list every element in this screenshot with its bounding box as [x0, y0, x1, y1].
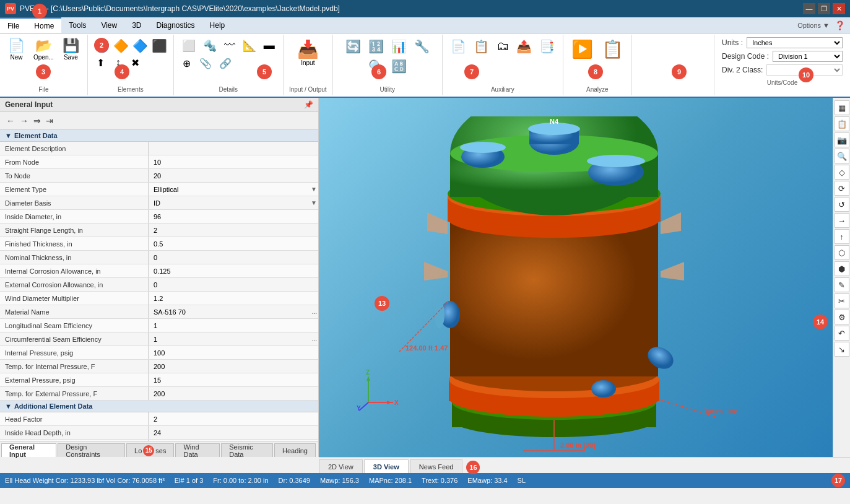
prop-value-internal-corrosion[interactable]	[149, 264, 318, 277]
element-btn-5[interactable]: ⬆	[93, 56, 109, 70]
rt-front-icon[interactable]: →	[835, 213, 849, 228]
minimize-button[interactable]: —	[803, 3, 815, 14]
prop-value-external-corrosion[interactable]	[149, 278, 318, 291]
new-button[interactable]: 📄 New	[5, 37, 28, 63]
material-ellipsis[interactable]: ...	[312, 308, 317, 315]
internal-pressure-input[interactable]	[154, 349, 313, 357]
analyze-btn-1[interactable]: ▶️	[568, 37, 596, 61]
rt-camera-icon[interactable]: 📷	[835, 133, 849, 147]
input-button[interactable]: 📥 Input	[294, 37, 322, 69]
design-code-select[interactable]: Division 1 Division 2	[773, 51, 843, 62]
prop-value-external-pressure[interactable]	[149, 373, 318, 386]
head-factor-input[interactable]	[154, 415, 313, 423]
detail-btn-7[interactable]: 📎	[196, 56, 215, 71]
save-button[interactable]: 💾 Save	[59, 37, 82, 63]
tab-design-constraints[interactable]: Design Constraints	[58, 443, 125, 457]
prop-value-inside-diameter[interactable]	[149, 210, 318, 223]
element-type-arrow[interactable]: ▼	[311, 186, 317, 193]
internal-corrosion-input[interactable]	[154, 267, 313, 275]
menu-help[interactable]: Help	[202, 17, 233, 33]
diameter-basis-arrow[interactable]: ▼	[311, 199, 317, 206]
rt-fit-icon[interactable]: ↺	[835, 197, 849, 212]
prop-value-straight-flange[interactable]	[149, 224, 318, 237]
rt-iso-icon[interactable]: ⬡	[835, 245, 849, 260]
help-icon[interactable]: ❓	[835, 20, 845, 30]
window-controls[interactable]: — ❐ ✕	[803, 3, 845, 14]
aux-btn-1[interactable]: 📄	[448, 37, 469, 56]
tab-loadcases[interactable]: Lo15ses	[126, 443, 174, 457]
material-name-input[interactable]	[154, 308, 313, 316]
wind-diameter-input[interactable]	[154, 295, 313, 302]
rt-select-icon[interactable]: ▦	[835, 100, 849, 115]
tab-3d-view[interactable]: 3D View	[364, 459, 409, 473]
menu-tools[interactable]: Tools	[61, 17, 93, 33]
rt-dim-icon[interactable]: ✂	[835, 293, 849, 308]
rt-solid-icon[interactable]: ✎	[835, 277, 849, 292]
menu-3d[interactable]: 3D	[124, 17, 149, 33]
menu-view[interactable]: View	[93, 17, 124, 33]
menu-diagnostics[interactable]: Diagnostics	[149, 17, 202, 33]
rt-rotate-icon[interactable]: ⟳	[835, 181, 849, 196]
detail-btn-2[interactable]: 🔩	[200, 37, 220, 54]
detail-btn-3[interactable]: 〰	[221, 37, 238, 54]
element-btn-4[interactable]: ⬛	[150, 37, 168, 54]
open-button[interactable]: 📂 Open...	[30, 37, 57, 63]
nav-left-icon[interactable]: ←	[5, 115, 16, 127]
tab-seismic-data[interactable]: Seismic Data	[221, 443, 273, 457]
nominal-thickness-input[interactable]	[154, 254, 313, 261]
inside-head-depth-input[interactable]	[154, 429, 313, 437]
rt-top-icon[interactable]: ↑	[835, 229, 849, 244]
prop-value-circ-seam[interactable]: ...	[149, 332, 318, 345]
tab-wind-data[interactable]: Wind Data	[175, 443, 220, 457]
units-select[interactable]: Inches Millimeters	[747, 37, 843, 48]
element-btn-3[interactable]: 🔷	[131, 37, 149, 54]
prop-value-temp-internal[interactable]	[149, 360, 318, 373]
detail-btn-8[interactable]: 🔗	[216, 56, 235, 71]
utility-btn-1[interactable]: 🔄	[342, 37, 364, 56]
nav-forward-icon[interactable]: ⇒	[32, 115, 42, 127]
prop-value-from-node[interactable]	[149, 155, 318, 168]
long-seam-input[interactable]	[154, 322, 313, 329]
utility-btn-4[interactable]: 🔧	[411, 37, 433, 56]
prop-value-element-description[interactable]	[149, 142, 318, 155]
from-node-input[interactable]	[154, 159, 313, 166]
element-description-input[interactable]	[154, 145, 313, 152]
tab-2d-view[interactable]: 2D View	[319, 459, 363, 473]
maximize-button[interactable]: ❐	[818, 3, 830, 14]
aux-btn-3[interactable]: 🗂	[493, 37, 512, 56]
nav-end-icon[interactable]: ⇥	[45, 115, 54, 127]
aux-btn-4[interactable]: 📤	[513, 37, 535, 56]
prop-value-nominal-thickness[interactable]	[149, 251, 318, 264]
menu-file[interactable]: File	[0, 17, 27, 33]
external-corrosion-input[interactable]	[154, 281, 313, 289]
to-node-input[interactable]	[154, 172, 313, 180]
aux-btn-2[interactable]: 📋	[471, 37, 492, 56]
nav-right-icon[interactable]: →	[19, 115, 30, 127]
tab-news-feed[interactable]: News Feed	[410, 459, 463, 473]
straight-flange-input[interactable]	[154, 227, 313, 234]
element-btn-7[interactable]: ✖	[128, 56, 144, 70]
menu-home[interactable]: Home	[27, 17, 61, 33]
utility-btn-6[interactable]: 🔠	[388, 57, 410, 76]
additional-collapse-arrow[interactable]: ▼	[5, 402, 12, 410]
circ-seam-ellipsis[interactable]: ...	[312, 336, 317, 342]
inside-diameter-input[interactable]	[154, 213, 313, 220]
prop-value-to-node[interactable]	[149, 169, 318, 182]
temp-internal-input[interactable]	[154, 363, 313, 370]
circ-seam-input[interactable]	[154, 336, 313, 343]
collapse-arrow[interactable]: ▼	[5, 132, 12, 139]
prop-value-material-name[interactable]: ...	[149, 305, 318, 318]
prop-value-internal-pressure[interactable]	[149, 346, 318, 359]
prop-value-temp-external[interactable]	[149, 387, 318, 400]
prop-value-finished-thickness[interactable]	[149, 237, 318, 250]
prop-value-head-factor[interactable]	[149, 412, 318, 425]
detail-btn-4[interactable]: 📐	[240, 37, 259, 54]
rt-copy-icon[interactable]: 📋	[835, 116, 849, 131]
aux-btn-5[interactable]: 📑	[536, 37, 558, 56]
element-btn-2[interactable]: 🔶	[112, 37, 130, 54]
pin-icon[interactable]: 📌	[304, 100, 313, 109]
rt-arrow-icon[interactable]: ↘	[835, 342, 849, 357]
detail-btn-1[interactable]: ⬜	[179, 37, 199, 54]
prop-value-element-type[interactable]: Elliptical ▼	[149, 183, 318, 196]
external-pressure-input[interactable]	[154, 376, 313, 384]
